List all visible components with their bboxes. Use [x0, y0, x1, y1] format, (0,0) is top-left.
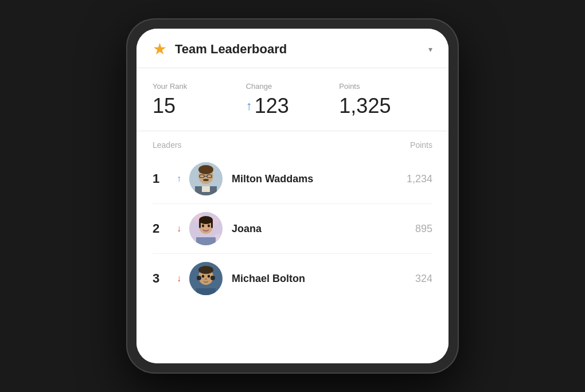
- svg-rect-19: [196, 237, 216, 245]
- leaders-section-label: Leaders: [153, 140, 182, 150]
- leaders-section: Leaders Points 1 ↑: [136, 131, 448, 363]
- card-header: ★ Team Leaderboard ▾: [136, 29, 448, 68]
- points-value: 1,325: [339, 94, 432, 118]
- svg-point-8: [203, 179, 209, 181]
- leaders-header: Leaders Points: [136, 131, 448, 154]
- svg-point-27: [205, 279, 207, 280]
- points-label: Points: [339, 82, 432, 91]
- header-title: Team Leaderboard: [175, 42, 287, 57]
- avatar-2: [189, 212, 223, 245]
- list-item: 1 ↑: [136, 154, 448, 203]
- leader-points-2: 895: [415, 223, 432, 235]
- trend-up-arrow-icon-1: ↑: [172, 174, 186, 184]
- avatar-3: [189, 262, 223, 295]
- rank-value: 15: [153, 94, 246, 118]
- leader-points-1: 1,234: [407, 173, 432, 185]
- stat-change: Change ↑123: [246, 82, 340, 118]
- chevron-down-icon[interactable]: ▾: [428, 45, 432, 54]
- svg-point-22: [198, 266, 213, 274]
- rank-label: Your Rank: [153, 82, 246, 91]
- rank-number-3: 3: [153, 271, 169, 286]
- avatar-1: [189, 162, 223, 195]
- leader-name-1: Milton Waddams: [232, 173, 407, 185]
- svg-rect-15: [199, 220, 201, 228]
- rank-number-1: 1: [153, 171, 169, 186]
- trend-down-arrow-icon-2: ↓: [172, 224, 186, 234]
- stat-points: Points 1,325: [339, 82, 432, 118]
- change-label: Change: [246, 82, 340, 91]
- phone-wrapper: ★ Team Leaderboard ▾ Your Rank 15 Change…: [126, 18, 459, 374]
- svg-point-25: [202, 275, 204, 278]
- svg-rect-16: [211, 220, 213, 228]
- leaders-points-label: Points: [410, 140, 432, 150]
- list-item: 2 ↓: [136, 204, 448, 253]
- change-up-arrow-icon: ↑: [246, 100, 252, 112]
- leader-name-2: Joana: [232, 223, 415, 235]
- leader-name-3: Michael Bolton: [232, 273, 415, 285]
- svg-point-2: [198, 165, 213, 174]
- leaderboard-card: ★ Team Leaderboard ▾ Your Rank 15 Change…: [136, 29, 448, 363]
- svg-point-26: [208, 275, 210, 278]
- svg-point-14: [199, 216, 213, 224]
- svg-rect-28: [196, 288, 216, 295]
- svg-point-23: [197, 276, 201, 280]
- rank-number-2: 2: [153, 221, 169, 236]
- list-item: 3 ↓: [136, 254, 448, 303]
- change-value: ↑123: [246, 94, 340, 118]
- star-icon: ★: [153, 41, 167, 57]
- phone-screen: ★ Team Leaderboard ▾ Your Rank 15 Change…: [136, 29, 448, 363]
- header-left: ★ Team Leaderboard: [153, 41, 287, 57]
- stat-rank: Your Rank 15: [153, 82, 246, 118]
- leader-points-3: 324: [415, 273, 432, 285]
- trend-down-arrow-icon-3: ↓: [172, 273, 186, 284]
- stats-row: Your Rank 15 Change ↑123 Points 1,325: [136, 68, 448, 131]
- svg-point-24: [210, 276, 215, 280]
- svg-point-18: [208, 225, 210, 228]
- svg-rect-4: [202, 186, 210, 192]
- svg-point-17: [202, 225, 204, 228]
